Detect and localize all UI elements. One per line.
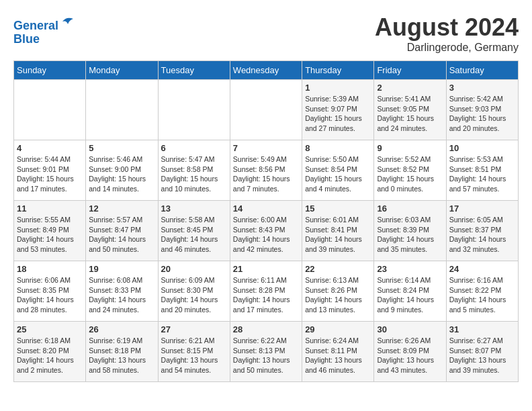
day-info: Sunrise: 5:42 AM Sunset: 9:03 PM Dayligh…	[449, 94, 515, 134]
calendar-cell: 24Sunrise: 6:16 AM Sunset: 8:22 PM Dayli…	[446, 261, 518, 322]
calendar-cell: 5Sunrise: 5:46 AM Sunset: 9:00 PM Daylig…	[86, 140, 158, 201]
day-number: 2	[377, 83, 443, 93]
day-number: 7	[233, 143, 299, 153]
day-info: Sunrise: 6:24 AM Sunset: 8:11 PM Dayligh…	[305, 336, 371, 375]
day-number: 18	[17, 264, 83, 274]
day-info: Sunrise: 5:47 AM Sunset: 8:58 PM Dayligh…	[161, 154, 227, 194]
day-number: 13	[161, 203, 227, 214]
day-number: 9	[377, 143, 443, 153]
calendar-cell: 10Sunrise: 5:53 AM Sunset: 8:51 PM Dayli…	[446, 140, 518, 201]
calendar-cell: 3Sunrise: 5:42 AM Sunset: 9:03 PM Daylig…	[446, 80, 518, 140]
calendar-cell: 17Sunrise: 6:05 AM Sunset: 8:37 PM Dayli…	[446, 201, 518, 261]
calendar-cell: 11Sunrise: 5:55 AM Sunset: 8:49 PM Dayli…	[14, 201, 86, 261]
day-info: Sunrise: 5:57 AM Sunset: 8:47 PM Dayligh…	[89, 215, 154, 255]
day-number: 30	[377, 324, 443, 334]
day-number: 26	[89, 324, 154, 334]
calendar-cell: 19Sunrise: 6:08 AM Sunset: 8:33 PM Dayli…	[86, 261, 158, 322]
day-info: Sunrise: 6:16 AM Sunset: 8:22 PM Dayligh…	[449, 275, 515, 315]
calendar-cell: 4Sunrise: 5:44 AM Sunset: 9:01 PM Daylig…	[14, 140, 86, 201]
day-number: 29	[305, 324, 371, 334]
day-number: 3	[449, 83, 515, 93]
day-number: 6	[161, 143, 227, 153]
logo-blue-text: Blue	[13, 33, 76, 46]
day-number: 22	[305, 264, 371, 274]
day-info: Sunrise: 6:19 AM Sunset: 8:18 PM Dayligh…	[89, 336, 154, 375]
day-info: Sunrise: 6:05 AM Sunset: 8:37 PM Dayligh…	[449, 215, 515, 255]
day-info: Sunrise: 6:09 AM Sunset: 8:30 PM Dayligh…	[161, 275, 227, 315]
calendar-cell	[86, 80, 158, 140]
day-info: Sunrise: 5:55 AM Sunset: 8:49 PM Dayligh…	[17, 215, 83, 255]
weekday-header-saturday: Saturday	[446, 61, 518, 80]
day-info: Sunrise: 6:08 AM Sunset: 8:33 PM Dayligh…	[89, 275, 154, 315]
weekday-header-row: SundayMondayTuesdayWednesdayThursdayFrid…	[14, 61, 519, 80]
day-number: 5	[89, 143, 154, 153]
day-info: Sunrise: 6:03 AM Sunset: 8:39 PM Dayligh…	[377, 215, 443, 255]
weekday-header-friday: Friday	[374, 61, 446, 80]
day-number: 4	[17, 143, 83, 153]
calendar-cell: 23Sunrise: 6:14 AM Sunset: 8:24 PM Dayli…	[374, 261, 446, 322]
day-info: Sunrise: 6:21 AM Sunset: 8:15 PM Dayligh…	[161, 336, 227, 375]
day-info: Sunrise: 6:18 AM Sunset: 8:20 PM Dayligh…	[17, 336, 83, 375]
calendar-cell: 14Sunrise: 6:00 AM Sunset: 8:43 PM Dayli…	[230, 201, 302, 261]
day-number: 27	[161, 324, 227, 334]
day-number: 12	[89, 203, 154, 214]
day-info: Sunrise: 6:22 AM Sunset: 8:13 PM Dayligh…	[233, 336, 299, 375]
day-info: Sunrise: 5:52 AM Sunset: 8:52 PM Dayligh…	[377, 154, 443, 194]
calendar-week-row: 4Sunrise: 5:44 AM Sunset: 9:01 PM Daylig…	[14, 140, 519, 201]
day-number: 10	[449, 143, 515, 153]
day-info: Sunrise: 5:58 AM Sunset: 8:45 PM Dayligh…	[161, 215, 227, 255]
day-number: 11	[17, 203, 83, 214]
calendar-week-row: 18Sunrise: 6:06 AM Sunset: 8:35 PM Dayli…	[14, 261, 519, 322]
calendar-cell: 9Sunrise: 5:52 AM Sunset: 8:52 PM Daylig…	[374, 140, 446, 201]
day-info: Sunrise: 5:44 AM Sunset: 9:01 PM Dayligh…	[17, 154, 83, 194]
logo-bird-icon	[60, 13, 76, 30]
day-info: Sunrise: 6:13 AM Sunset: 8:26 PM Dayligh…	[305, 275, 371, 315]
calendar-cell: 18Sunrise: 6:06 AM Sunset: 8:35 PM Dayli…	[14, 261, 86, 322]
day-number: 19	[89, 264, 154, 274]
day-number: 21	[233, 264, 299, 274]
calendar-cell: 27Sunrise: 6:21 AM Sunset: 8:15 PM Dayli…	[158, 322, 230, 382]
day-number: 28	[233, 324, 299, 334]
day-info: Sunrise: 6:06 AM Sunset: 8:35 PM Dayligh…	[17, 275, 83, 315]
calendar-cell	[230, 80, 302, 140]
day-number: 17	[449, 203, 515, 214]
title-block: August 2024 Darlingerode, Germany	[375, 13, 519, 54]
location-subtitle: Darlingerode, Germany	[375, 42, 519, 54]
calendar-week-row: 11Sunrise: 5:55 AM Sunset: 8:49 PM Dayli…	[14, 201, 519, 261]
calendar-cell: 15Sunrise: 6:01 AM Sunset: 8:41 PM Dayli…	[302, 201, 374, 261]
calendar-cell: 25Sunrise: 6:18 AM Sunset: 8:20 PM Dayli…	[14, 322, 86, 382]
day-number: 20	[161, 264, 227, 274]
month-year-title: August 2024	[375, 13, 519, 42]
day-info: Sunrise: 6:14 AM Sunset: 8:24 PM Dayligh…	[377, 275, 443, 315]
calendar-cell: 6Sunrise: 5:47 AM Sunset: 8:58 PM Daylig…	[158, 140, 230, 201]
day-info: Sunrise: 6:11 AM Sunset: 8:28 PM Dayligh…	[233, 275, 299, 315]
day-number: 15	[305, 203, 371, 214]
calendar-cell	[14, 80, 86, 140]
calendar-cell: 12Sunrise: 5:57 AM Sunset: 8:47 PM Dayli…	[86, 201, 158, 261]
day-info: Sunrise: 5:41 AM Sunset: 9:05 PM Dayligh…	[377, 94, 443, 134]
calendar-cell: 7Sunrise: 5:49 AM Sunset: 8:56 PM Daylig…	[230, 140, 302, 201]
calendar-cell: 21Sunrise: 6:11 AM Sunset: 8:28 PM Dayli…	[230, 261, 302, 322]
calendar-week-row: 25Sunrise: 6:18 AM Sunset: 8:20 PM Dayli…	[14, 322, 519, 382]
calendar-cell: 29Sunrise: 6:24 AM Sunset: 8:11 PM Dayli…	[302, 322, 374, 382]
day-info: Sunrise: 5:46 AM Sunset: 9:00 PM Dayligh…	[89, 154, 154, 194]
weekday-header-thursday: Thursday	[302, 61, 374, 80]
day-info: Sunrise: 6:26 AM Sunset: 8:09 PM Dayligh…	[377, 336, 443, 375]
page-header: General Blue August 2024 Darlingerode, G…	[13, 13, 519, 54]
day-number: 24	[449, 264, 515, 274]
day-info: Sunrise: 5:53 AM Sunset: 8:51 PM Dayligh…	[449, 154, 515, 194]
weekday-header-sunday: Sunday	[14, 61, 86, 80]
day-info: Sunrise: 5:39 AM Sunset: 9:07 PM Dayligh…	[305, 94, 371, 134]
logo-text: General	[13, 13, 76, 33]
calendar-cell: 16Sunrise: 6:03 AM Sunset: 8:39 PM Dayli…	[374, 201, 446, 261]
day-info: Sunrise: 6:00 AM Sunset: 8:43 PM Dayligh…	[233, 215, 299, 255]
calendar-cell: 20Sunrise: 6:09 AM Sunset: 8:30 PM Dayli…	[158, 261, 230, 322]
logo: General Blue	[13, 13, 76, 46]
weekday-header-tuesday: Tuesday	[158, 61, 230, 80]
calendar-cell: 2Sunrise: 5:41 AM Sunset: 9:05 PM Daylig…	[374, 80, 446, 140]
day-info: Sunrise: 5:50 AM Sunset: 8:54 PM Dayligh…	[305, 154, 371, 194]
calendar-cell: 13Sunrise: 5:58 AM Sunset: 8:45 PM Dayli…	[158, 201, 230, 261]
calendar-cell: 30Sunrise: 6:26 AM Sunset: 8:09 PM Dayli…	[374, 322, 446, 382]
day-number: 1	[305, 83, 371, 93]
day-number: 16	[377, 203, 443, 214]
